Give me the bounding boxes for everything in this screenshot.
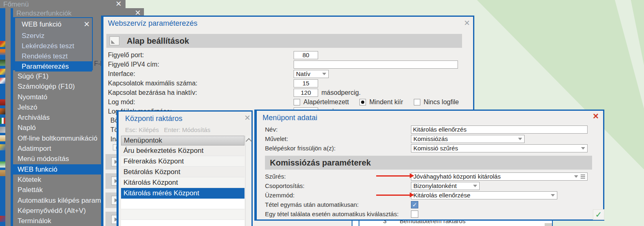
field-label: Log mód: [108,98,294,106]
menu-item-lekerdezes-teszt[interactable]: Lekérdezés teszt [15,41,92,51]
arrow-head-icon [410,192,414,197]
belepeskor-select[interactable]: Komissió szűrés [411,144,588,152]
ok-check-button[interactable]: ✓ [593,209,604,220]
delivery-icon[interactable] [0,144,5,150]
home-icon[interactable] [0,216,5,222]
list-item[interactable]: Félrerakás Központ [121,156,245,167]
logmode-option-label: Nincs logfile [424,98,459,106]
nev-input[interactable]: Kitárolás ellenőrzés [411,125,588,134]
scrollbar[interactable] [245,136,251,226]
packages-icon[interactable] [0,78,5,84]
red-arrow-annotation [376,175,410,177]
logmode-mindent-kiir-radio[interactable] [359,99,366,105]
max-kapcsolatok-input[interactable]: 15 [294,79,318,87]
handtruck-icon[interactable] [0,49,5,55]
figyelo-port-input[interactable]: 80 [294,51,318,59]
field-row: Művelet: Komissiózás [257,134,602,143]
tools-icon[interactable] [0,127,5,133]
list-item[interactable] [121,220,245,226]
fomenu-icon-column [0,8,5,226]
section-title: Komissiózás paraméterek [270,158,371,168]
red-arrow-annotation [376,195,410,196]
cart-icon[interactable] [0,41,5,47]
monitor-icon[interactable] [0,60,5,66]
chart-icon[interactable] [0,69,5,75]
field-label: Figyelő IPV4 cím: [108,61,294,68]
field-suffix: másodpercig. [321,89,361,96]
interface-select[interactable]: Natív [294,70,329,78]
notepad-icon[interactable] [0,135,5,141]
chevron-down-icon [574,175,578,178]
menu-item-parameterezes[interactable]: Paraméterezés [15,61,92,72]
inaktiv-bezaras-input[interactable]: 120 [294,89,318,97]
list-item[interactable] [121,209,245,220]
list-item[interactable] [121,199,245,209]
chevron-down-icon [581,147,585,150]
shortcut-hint: Esc: Kilépés Enter: Módosítás [125,126,210,133]
interface-select-value: Natív [296,70,322,77]
scrollbar-corner [545,223,552,226]
chevron-down-icon [518,138,522,140]
field-row: Log mód: Alapértelmezett Mindent kiír Ni… [103,97,473,107]
close-icon[interactable]: × [116,0,121,7]
field-row: Belépéskor frissüljön a(z): Komissió szű… [257,143,602,153]
list-item[interactable]: Kitárolás Központ [121,177,245,188]
collapse-icon [111,40,115,44]
list-item[interactable]: Betárolás Központ [121,167,245,177]
szures-select-value: Jóváhagyható központi kitárolás [413,173,574,180]
close-icon[interactable]: × [464,19,470,27]
menupont-fields: Név: Kitárolás ellenőrzés Művelet: Komis… [257,125,602,153]
list-item[interactable]: Áru beérkeztetés Központ [121,145,245,156]
muvelet-select-value: Komissiózás [413,135,518,142]
menu-item-szerviz[interactable]: Szerviz [15,31,92,41]
field-label: Belépéskor frissüljön a(z): [265,145,411,152]
szures-select[interactable]: Jóváhagyható központi kitárolás [411,172,588,181]
collapse-section-button[interactable] [110,36,119,45]
red-book-icon[interactable] [0,99,5,105]
field-label: Kapcsolat bezárása ha inaktív: [108,89,294,96]
scroll-up-icon[interactable] [245,138,252,145]
list-item-selected[interactable]: Kitárolás mérés Központ [121,188,245,199]
field-row: Egy tétel találata esetén automatikus ki… [257,209,602,219]
menu-item-rendeles-teszt[interactable]: Rendelés teszt [15,51,92,61]
field-label: Egy tétel találata esetén automatikus ki… [265,210,411,217]
field-label: Csoportosítás: [265,182,411,189]
belepeskor-select-value: Komissió szűrés [413,145,581,152]
menu-lines-icon[interactable] [581,175,585,179]
box-icon[interactable] [0,170,5,176]
chevron-down-icon [322,73,326,75]
uzemmod-select[interactable]: Kitárolás ellenőrzése [411,191,557,199]
rendszer-title: Rendszerfunkciók [16,9,72,18]
figyelo-ipv4-input[interactable] [294,60,458,69]
egy-tetel-checkbox[interactable] [411,210,418,218]
csoportositas-select[interactable]: Bizonylatonként [411,182,480,190]
close-icon[interactable]: × [593,112,599,120]
section-komissiozas-parameterek: Komissiózás paraméterek [265,156,592,170]
field-row: Név: Kitárolás ellenőrzés [257,125,602,134]
tetel-automatikusan-checkbox[interactable]: ✓ [411,201,418,208]
chevron-down-icon [473,185,477,187]
chevron-down-icon [551,194,555,197]
close-icon[interactable]: × [84,20,90,28]
window-web-funkcio: WEB funkció × Szerviz Lekérdezés teszt R… [13,17,93,70]
close-icon[interactable]: × [245,114,250,121]
list-icon[interactable] [0,161,5,168]
webfunkcio-title: WEB funkció [22,20,61,29]
dialog-title: Központi raktáros [125,114,182,123]
dialog-title: Webszervíz paraméterezés [108,19,197,28]
logmode-nincs-logfile-checkbox[interactable] [414,99,420,105]
logmode-alapertelmezett-checkbox[interactable] [294,99,300,105]
field-row: Kapcsolatok maximális száma: 15 [103,78,473,88]
desktop: Főmenü × Rendszerfunkciók × Súgó (F1) Sz… [0,0,644,226]
fomenu-title: Főmenü [3,0,29,9]
muvelet-select[interactable]: Komissiózás [411,135,525,143]
field-row: Figyelő port: 80 [103,50,473,60]
field-row: Tétel egymás után automatikusan: ✓ [257,200,602,209]
arrow-head-icon [410,173,414,178]
section-alap-beallitasok: Alap beállítások [106,34,462,48]
field-row: Üzemmód: Kitárolás ellenőrzése [257,190,602,200]
flag-icon[interactable] [0,118,5,124]
folder-icon[interactable] [0,108,5,114]
radio-dot-icon [361,101,364,104]
dialog-title: Menüpont adatai [263,114,317,122]
